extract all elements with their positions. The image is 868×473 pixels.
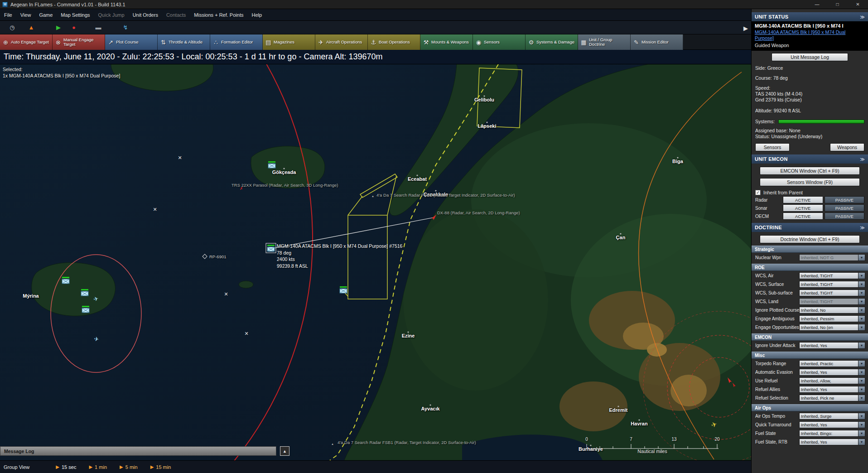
weapons-panel-button[interactable]: Weapons	[830, 143, 864, 151]
unit-status-header[interactable]: UNIT STATUS ≫	[752, 12, 868, 21]
close-button[interactable]: ✕	[848, 0, 868, 9]
doctrine-dropdown[interactable]: Inherited, Yes▼	[799, 342, 865, 349]
doctrine-dropdown[interactable]: Inherited, Surge▼	[799, 413, 865, 420]
dropdown-icon[interactable]: ▼	[858, 298, 865, 305]
manual-engage-target-button[interactable]: ⊗Manual Engage Target	[53, 34, 105, 50]
doctrine-dropdown[interactable]: Inherited, Yes▼	[799, 386, 865, 393]
dropdown-icon[interactable]: ▼	[858, 342, 865, 349]
menu-item-help[interactable]: Help	[247, 9, 266, 21]
doctrine-dropdown[interactable]: Inherited, Pessim▼	[799, 315, 865, 322]
unit-message-log-button[interactable]: Unit Message Log	[772, 53, 848, 61]
dropdown-icon[interactable]: ▼	[858, 360, 865, 367]
oecm-passive-button[interactable]: PASSIVE	[825, 212, 865, 220]
maximize-button[interactable]: □	[827, 0, 848, 9]
doctrine-dropdown[interactable]: Inherited, TIGHT▼	[799, 290, 865, 296]
speed-15min-button[interactable]: ▶ 15 min	[150, 464, 171, 470]
surface-unit-lemnos-2[interactable]	[81, 289, 88, 296]
surface-unit-gokceada[interactable]	[268, 161, 275, 168]
doctrine-dropdown[interactable]: Inherited, Practic▼	[799, 360, 865, 367]
lightning-icon[interactable]: ↯	[120, 22, 131, 33]
sensors-button[interactable]: ◉Sensors	[473, 34, 526, 50]
dropdown-icon[interactable]: ▼	[858, 413, 865, 420]
menu-item-game[interactable]: Game	[35, 9, 57, 21]
mounts-weapons-button[interactable]: ⚒Mounts & Weapons	[420, 34, 473, 50]
dropdown-icon[interactable]: ▼	[858, 324, 865, 331]
collapse-chevron-icon[interactable]: ≫	[860, 157, 865, 162]
selected-unit-icon[interactable]	[266, 243, 276, 253]
systems-damage-button[interactable]: ⚙Systems & Damage	[526, 34, 578, 50]
sam-radar-icon[interactable]: ▲	[371, 195, 374, 198]
unit-database-link[interactable]: MGM-140A ATACMS Blk I [950 x M74 Dual Pu…	[755, 29, 859, 41]
dropdown-icon[interactable]: ▼	[858, 307, 865, 314]
dropdown-icon[interactable]: ▼	[858, 315, 865, 322]
plot-course-button[interactable]: ↗Plot Course	[105, 34, 158, 50]
boat-operations-button[interactable]: ⚓Boat Operations	[368, 34, 420, 50]
time-compression-clock-icon[interactable]: ◷	[6, 22, 18, 33]
unit-emcon-header[interactable]: UNIT EMCON ≫	[752, 154, 868, 164]
surface-unit-lemnos-3[interactable]	[82, 306, 89, 313]
doctrine-dropdown[interactable]: Inherited, No (en▼	[799, 324, 865, 331]
speed-1min-button[interactable]: ▶ 1 min	[89, 464, 107, 470]
dropdown-icon[interactable]: ▼	[858, 395, 865, 401]
doctrine-dropdown[interactable]: Inherited, Allow,▼	[799, 377, 865, 384]
doctrine-dropdown[interactable]: Inherited, Yes▼	[799, 421, 865, 428]
message-log-bar[interactable]: Message Log	[0, 446, 276, 456]
dropdown-icon[interactable]: ▼	[858, 386, 865, 393]
map[interactable]: ✈ ✈ ✈ ✗ ▲ ▲ ✕✕✕✕	[0, 64, 751, 460]
collapse-chevron-icon[interactable]: ≫	[860, 14, 865, 19]
sonar-active-button[interactable]: ACTIVE	[783, 204, 823, 212]
throttle-altitude-button[interactable]: ⇅Throttle & Altitude	[158, 34, 210, 50]
sensors-panel-button[interactable]: Sensors	[755, 143, 790, 151]
doctrine-dropdown[interactable]: Inherited, No▼	[799, 307, 865, 314]
sensors-window-button[interactable]: Sensors Window (F9)	[760, 178, 860, 186]
dropdown-icon[interactable]: ▼	[858, 369, 865, 376]
dropdown-icon[interactable]: ▼	[858, 281, 865, 288]
minimize-button[interactable]: —	[807, 0, 827, 9]
doctrine-dropdown[interactable]: Inherited, NOT G▼	[799, 254, 865, 261]
menu-item-map-settings[interactable]: Map Settings	[57, 9, 94, 21]
radar-site-icon[interactable]: ✗	[240, 186, 243, 191]
message-log-expand-button[interactable]: ▲	[280, 446, 289, 456]
doctrine-window-button[interactable]: Doctrine Window (Ctrl + F9)	[760, 235, 860, 243]
menu-item-view[interactable]: View	[16, 9, 35, 21]
auto-engage-target-button[interactable]: ⊕Auto Engage Target	[0, 34, 53, 50]
speed-5min-button[interactable]: ▶ 5 min	[120, 464, 138, 470]
inherit-from-parent-checkbox[interactable]: ✓	[755, 190, 761, 195]
emcon-window-button[interactable]: EMCON Window (Ctrl + F9)	[760, 167, 860, 175]
scenario-flame-icon[interactable]: ▲	[25, 22, 37, 33]
doctrine-dropdown[interactable]: Inherited, TIGHT▼	[799, 281, 865, 288]
menu-item-unit-orders[interactable]: Unit Orders	[129, 9, 162, 21]
sonar-passive-button[interactable]: PASSIVE	[825, 204, 865, 212]
surface-unit-center[interactable]	[340, 286, 347, 293]
magazines-button[interactable]: ▤Magazines	[263, 34, 315, 50]
radar-passive-button[interactable]: PASSIVE	[825, 196, 865, 203]
dropdown-icon[interactable]: ▼	[858, 254, 865, 261]
dropdown-icon[interactable]: ▼	[858, 272, 865, 279]
group-view-button[interactable]: Group View	[4, 464, 29, 470]
aircraft-operations-button[interactable]: ✈Aircraft Operations	[315, 34, 368, 50]
panel-expand-arrow[interactable]: ▶	[741, 23, 750, 34]
dropdown-icon[interactable]: ▼	[858, 377, 865, 384]
menu-item-file[interactable]: File	[0, 9, 16, 21]
record-icon[interactable]: ●	[68, 22, 80, 33]
speed-15sec-button[interactable]: ▶ 15 sec	[56, 464, 76, 470]
oecm-active-button[interactable]: ACTIVE	[783, 212, 823, 220]
doctrine-dropdown[interactable]: Inherited, Yes▼	[799, 439, 865, 445]
formation-editor-button[interactable]: ∴Formation Editor	[210, 34, 263, 50]
eraser-icon[interactable]: ▬	[92, 22, 104, 33]
doctrine-dropdown[interactable]: Inherited, Pick ne▼	[799, 395, 865, 401]
dropdown-icon[interactable]: ▼	[858, 439, 865, 445]
doctrine-dropdown[interactable]: Inherited, Bingo:▼	[799, 430, 865, 437]
doctrine-header[interactable]: DOCTRINE ≫	[752, 223, 868, 232]
surface-unit-lemnos-1[interactable]	[62, 277, 69, 284]
mission-editor-button[interactable]: ✎Mission Editor	[631, 34, 683, 50]
collapse-chevron-icon[interactable]: ≫	[860, 225, 865, 230]
doctrine-dropdown[interactable]: Inherited, Yes▼	[799, 369, 865, 376]
doctrine-dropdown[interactable]: Inherited, TIGHT▼	[799, 298, 865, 305]
radar-active-button[interactable]: ACTIVE	[783, 196, 823, 203]
dropdown-icon[interactable]: ▼	[858, 430, 865, 437]
menu-item-missions-ref-points[interactable]: Missions + Ref. Points	[190, 9, 247, 21]
unit-group-doctrine-button[interactable]: ▦Unit / Group Doctrine	[578, 34, 631, 50]
doctrine-dropdown[interactable]: Inherited, TIGHT▼	[799, 272, 865, 279]
dropdown-icon[interactable]: ▼	[858, 421, 865, 428]
